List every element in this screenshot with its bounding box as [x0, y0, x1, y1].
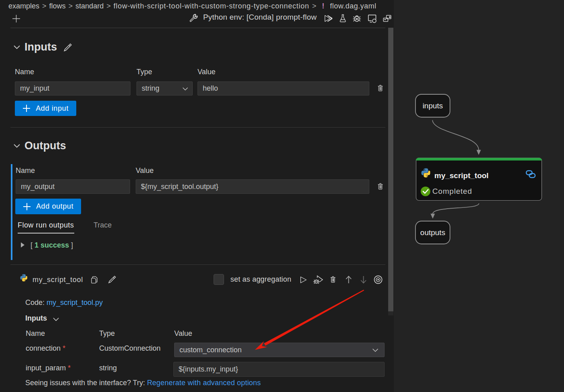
svg-text:my_script_tool: my_script_tool [434, 171, 489, 180]
svg-text:outputs: outputs [420, 228, 445, 237]
svg-text:Completed: Completed [432, 187, 472, 195]
svg-text:inputs: inputs [423, 102, 443, 110]
